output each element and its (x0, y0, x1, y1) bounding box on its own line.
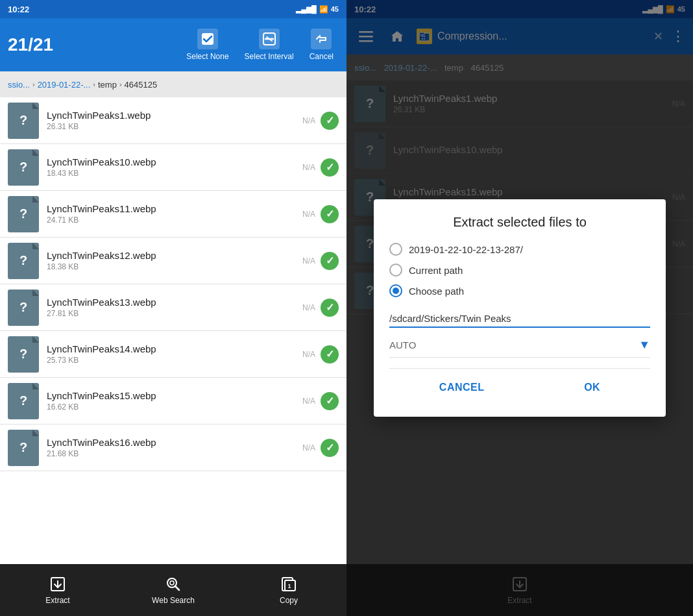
dialog-ok-button[interactable]: OK (563, 374, 621, 401)
check-icon (321, 345, 339, 363)
file-info: LynchTwinPeaks1.webp 26.31 KB (47, 110, 297, 131)
check-icon (321, 205, 339, 223)
select-interval-button[interactable]: Select Interval (239, 26, 299, 64)
breadcrumb-item-2[interactable]: temp (98, 80, 117, 90)
web-search-icon (164, 575, 182, 593)
status-bar-left: 10:22 ▂▄▆█ 📶 45 (0, 0, 346, 18)
file-name: LynchTwinPeaks13.webp (47, 297, 297, 308)
right-panel: 10:22 ▂▄▆█ 📶 45 (346, 0, 693, 616)
dialog-divider (389, 368, 650, 369)
select-none-button[interactable]: Select None (181, 26, 234, 64)
radio-label-choose: Choose path (409, 286, 464, 297)
file-name: LynchTwinPeaks10.webp (47, 156, 297, 167)
file-info: LynchTwinPeaks12.webp 18.38 KB (47, 250, 297, 271)
file-meta: N/A (302, 116, 315, 125)
file-size: 18.43 KB (47, 169, 297, 178)
check-icon (321, 112, 339, 130)
file-name: LynchTwinPeaks15.webp (47, 390, 297, 401)
file-icon: ? (8, 149, 39, 186)
file-meta: N/A (302, 256, 315, 265)
auto-arrow-icon[interactable]: ▼ (638, 338, 650, 352)
select-none-icon (197, 29, 218, 49)
cancel-button-toolbar[interactable]: Cancel (304, 26, 339, 64)
file-info: LynchTwinPeaks11.webp 24.71 KB (47, 203, 297, 225)
path-input[interactable] (389, 310, 650, 328)
radio-label-current: Current path (409, 265, 463, 276)
breadcrumb-item-0[interactable]: ssio... (8, 80, 30, 90)
file-meta: N/A (302, 397, 315, 406)
select-interval-icon (259, 29, 280, 49)
breadcrumb-item-1[interactable]: 2019-01-22-... (38, 80, 91, 90)
cancel-icon (311, 29, 332, 49)
radio-current-path[interactable]: Current path (389, 264, 650, 277)
file-name: LynchTwinPeaks12.webp (47, 250, 297, 261)
check-icon (321, 299, 339, 317)
table-row[interactable]: ? LynchTwinPeaks10.webp 18.43 KB N/A (0, 144, 346, 191)
radio-circle-current (389, 264, 402, 277)
file-info: LynchTwinPeaks13.webp 27.81 KB (47, 297, 297, 318)
web-search-button[interactable]: Web Search (116, 564, 231, 616)
radio-choose-path[interactable]: Choose path (389, 284, 650, 297)
file-size: 18.38 KB (47, 262, 297, 271)
radio-group: 2019-01-22-10-22-13-287/ Current path Ch… (389, 243, 650, 297)
file-icon: ? (8, 383, 39, 419)
file-size: 21.68 KB (47, 449, 297, 458)
breadcrumb-item-3[interactable]: 4645125 (125, 80, 158, 90)
dialog-title: Extract selected files to (389, 215, 650, 230)
file-icon: ? (8, 243, 39, 279)
table-row[interactable]: ? LynchTwinPeaks13.webp 27.81 KB N/A (0, 284, 346, 331)
table-row[interactable]: ? LynchTwinPeaks12.webp 18.38 KB N/A (0, 238, 346, 284)
file-info: LynchTwinPeaks16.webp 21.68 KB (47, 437, 297, 458)
copy-button[interactable]: 1 Copy (231, 564, 346, 616)
file-meta: N/A (302, 350, 315, 359)
file-meta: N/A (302, 210, 315, 219)
file-icon: ? (8, 430, 39, 466)
file-name: LynchTwinPeaks14.webp (47, 343, 297, 354)
toolbar-actions: Select None Select Interval (64, 26, 339, 64)
file-size: 26.31 KB (47, 122, 297, 131)
check-icon (321, 252, 339, 270)
file-info: LynchTwinPeaks14.webp 25.73 KB (47, 343, 297, 365)
table-row[interactable]: ? LynchTwinPeaks14.webp 25.73 KB N/A (0, 331, 346, 378)
extract-button[interactable]: Extract (0, 564, 116, 616)
table-row[interactable]: ? LynchTwinPeaks1.webp 26.31 KB N/A (0, 97, 346, 144)
file-size: 16.62 KB (47, 402, 297, 412)
file-name: LynchTwinPeaks11.webp (47, 203, 297, 214)
breadcrumb-sep-1: › (93, 80, 95, 88)
file-size: 24.71 KB (47, 216, 297, 225)
time-left: 10:22 (8, 5, 29, 14)
auto-row: AUTO ▼ (389, 338, 650, 358)
radio-original-path[interactable]: 2019-01-22-10-22-13-287/ (389, 243, 650, 256)
check-icon (321, 392, 339, 410)
file-list-left: ? LynchTwinPeaks1.webp 26.31 KB N/A ? Ly… (0, 97, 346, 564)
svg-point-8 (170, 581, 174, 585)
file-icon: ? (8, 290, 39, 326)
file-icon: ? (8, 336, 39, 373)
radio-circle-original (389, 243, 402, 256)
file-meta: N/A (302, 303, 315, 312)
file-icon: ? (8, 103, 39, 139)
file-size: 25.73 KB (47, 356, 297, 365)
check-icon (321, 439, 339, 457)
file-meta: N/A (302, 163, 315, 172)
breadcrumb-left: ssio... › 2019-01-22-... › temp › 464512… (0, 71, 346, 97)
signal-icon: ▂▄▆█ (296, 5, 317, 14)
left-panel: 10:22 ▂▄▆█ 📶 45 21/21 Select None (0, 0, 346, 616)
table-row[interactable]: ? LynchTwinPeaks11.webp 24.71 KB N/A (0, 191, 346, 238)
file-meta: N/A (302, 443, 315, 452)
battery-left: 45 (331, 5, 339, 13)
table-row[interactable]: ? LynchTwinPeaks16.webp 21.68 KB N/A (0, 425, 346, 471)
extract-dialog: Extract selected files to 2019-01-22-10-… (374, 199, 666, 417)
check-icon (321, 158, 339, 177)
file-name: LynchTwinPeaks16.webp (47, 437, 297, 448)
dialog-buttons: CANCEL OK (389, 374, 650, 401)
copy-icon: 1 (280, 575, 298, 593)
dialog-overlay: Extract selected files to 2019-01-22-10-… (346, 0, 693, 616)
status-icons-left: ▂▄▆█ 📶 45 (296, 5, 339, 14)
wifi-icon: 📶 (319, 5, 328, 14)
bottom-bar-left: Extract Web Search 1 Copy (0, 564, 346, 616)
dialog-cancel-button[interactable]: CANCEL (419, 374, 505, 401)
radio-circle-choose (389, 284, 402, 297)
file-size: 27.81 KB (47, 309, 297, 318)
table-row[interactable]: ? LynchTwinPeaks15.webp 16.62 KB N/A (0, 378, 346, 425)
